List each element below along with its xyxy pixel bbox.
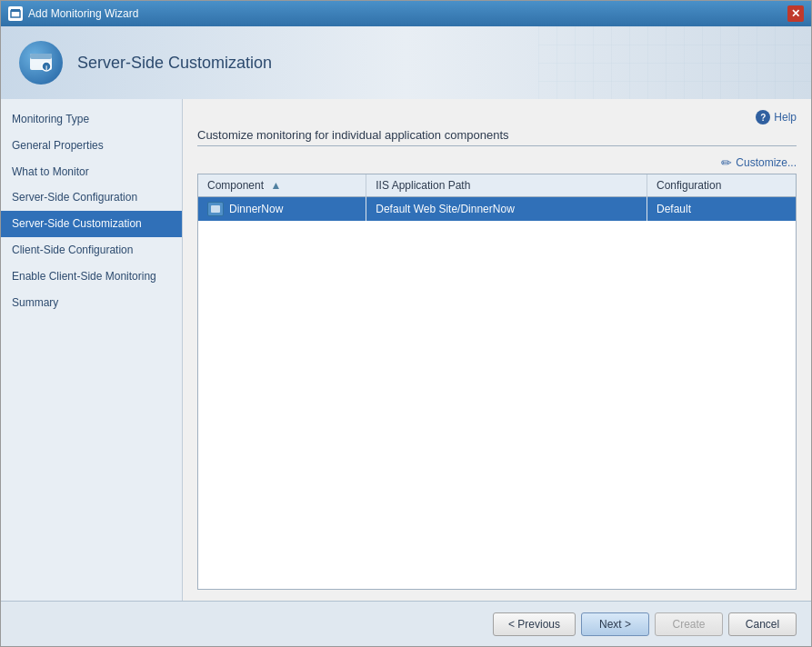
main-content: Monitoring Type General Properties What … [1, 99, 811, 601]
svg-rect-3 [30, 54, 52, 59]
sidebar-item-client-side-config[interactable]: Client-Side Configuration [1, 237, 182, 264]
cancel-button[interactable]: Cancel [728, 612, 797, 636]
section-title: Customize monitoring for individual appl… [197, 128, 797, 146]
close-button[interactable]: ✕ [787, 5, 804, 22]
cell-configuration: Default [647, 197, 797, 222]
previous-button[interactable]: < Previous [493, 612, 576, 636]
sidebar-item-general-properties[interactable]: General Properties [1, 133, 182, 159]
help-label: Help [774, 111, 797, 124]
component-row-icon [207, 202, 224, 216]
data-table-container: Component ▲ IIS Application Path Configu… [197, 174, 797, 590]
svg-rect-6 [538, 26, 811, 99]
wizard-window: Add Monitoring Wizard ✕ i Server-Side Cu… [0, 0, 812, 647]
help-icon: ? [756, 110, 770, 124]
page-title: Server-Side Customization [77, 54, 272, 73]
customize-button[interactable]: ✏ Customize... [721, 155, 797, 170]
header-icon: i [19, 41, 63, 85]
col-configuration[interactable]: Configuration [647, 174, 797, 197]
sidebar: Monitoring Type General Properties What … [1, 99, 183, 601]
sidebar-item-server-side-config[interactable]: Server-Side Configuration [1, 184, 182, 211]
table-row[interactable]: DinnerNow Default Web Site/DinnerNow Def… [198, 197, 796, 222]
sidebar-item-summary[interactable]: Summary [1, 290, 182, 316]
pencil-icon: ✏ [721, 155, 732, 170]
create-button: Create [655, 612, 723, 636]
component-name: DinnerNow [229, 203, 283, 215]
svg-rect-1 [11, 9, 20, 12]
col-component[interactable]: Component ▲ [198, 174, 366, 197]
window-icon [8, 6, 23, 21]
window-title: Add Monitoring Wizard [28, 7, 782, 20]
col-iis-path[interactable]: IIS Application Path [366, 174, 647, 197]
sidebar-item-enable-client-side[interactable]: Enable Client-Side Monitoring [1, 264, 182, 290]
svg-rect-0 [11, 11, 20, 17]
customize-button-label: Customize... [736, 156, 797, 169]
col-iis-path-label: IIS Application Path [376, 179, 470, 192]
cell-component: DinnerNow [198, 197, 366, 222]
svg-text:i: i [45, 64, 47, 72]
footer: < Previous Next > Create Cancel [1, 601, 811, 646]
sidebar-item-what-to-monitor[interactable]: What to Monitor [1, 159, 182, 185]
help-row: ? Help [197, 110, 797, 124]
toolbar: ✏ Customize... [197, 155, 797, 170]
cell-iis-path: Default Web Site/DinnerNow [366, 197, 647, 222]
components-table: Component ▲ IIS Application Path Configu… [198, 174, 796, 221]
sort-arrow-icon: ▲ [270, 179, 281, 192]
table-header-row: Component ▲ IIS Application Path Configu… [198, 174, 796, 197]
component-cell-content: DinnerNow [207, 202, 356, 216]
content-area: ? Help Customize monitoring for individu… [183, 99, 811, 601]
help-link[interactable]: ? Help [756, 110, 797, 124]
header-band: i Server-Side Customization [1, 26, 811, 99]
next-button[interactable]: Next > [581, 612, 649, 636]
col-component-label: Component [207, 179, 264, 192]
sidebar-item-server-side-customization[interactable]: Server-Side Customization [1, 211, 182, 237]
col-configuration-label: Configuration [657, 179, 721, 192]
sidebar-item-monitoring-type[interactable]: Monitoring Type [1, 106, 182, 133]
title-bar: Add Monitoring Wizard ✕ [1, 1, 811, 26]
